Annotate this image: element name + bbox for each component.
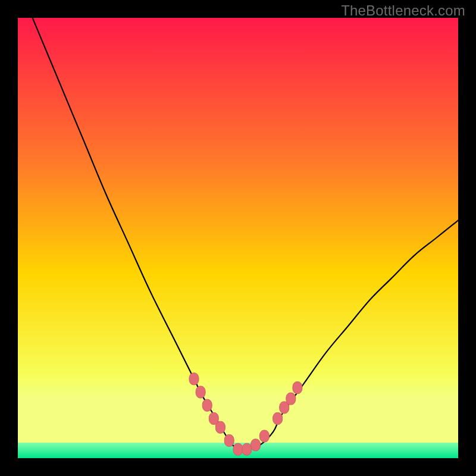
highlight-marker: [224, 434, 234, 446]
curve-layer: [18, 18, 458, 458]
attribution-label: TheBottleneck.com: [341, 2, 465, 19]
bottleneck-curve: [18, 18, 458, 450]
highlight-marker: [242, 443, 252, 455]
chart-frame: TheBottleneck.com: [0, 0, 476, 476]
highlight-marker: [251, 439, 261, 451]
highlight-marker: [259, 430, 269, 442]
highlight-marker: [202, 399, 212, 411]
highlight-marker: [293, 382, 302, 394]
highlight-marker: [215, 421, 225, 433]
highlight-marker: [189, 373, 199, 385]
highlight-marker: [286, 393, 296, 405]
plot-area: [18, 18, 458, 458]
highlight-marker: [273, 412, 283, 424]
highlight-markers: [189, 373, 302, 455]
highlight-marker: [196, 386, 205, 398]
highlight-marker: [233, 443, 243, 455]
